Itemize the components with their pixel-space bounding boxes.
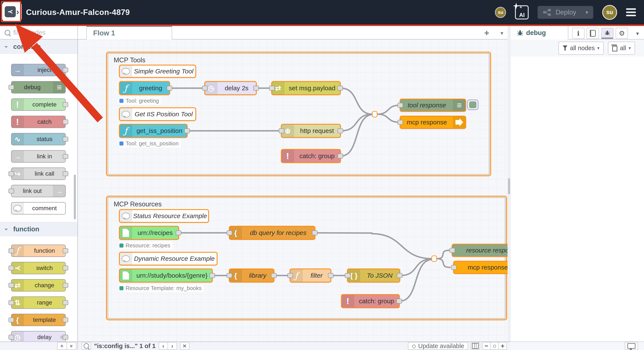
debug-tab-button[interactable] bbox=[601, 28, 614, 39]
output-port[interactable] bbox=[63, 283, 68, 288]
palette-category-function[interactable]: ›function bbox=[0, 222, 78, 236]
output-port[interactable] bbox=[271, 273, 276, 278]
wire[interactable] bbox=[436, 259, 450, 267]
node-get-iis-position-tool[interactable]: Get IIS Position Tool bbox=[119, 107, 196, 121]
input-port[interactable] bbox=[398, 120, 403, 125]
wire[interactable] bbox=[341, 114, 372, 131]
palette-node-catch[interactable]: !catch bbox=[11, 116, 66, 128]
ai-assistant-button[interactable]: AI bbox=[515, 5, 529, 20]
node-catch-group[interactable]: !catch: group bbox=[341, 294, 400, 308]
palette-node-change[interactable]: ⇄change bbox=[11, 279, 66, 291]
wire[interactable] bbox=[372, 234, 432, 259]
node-to-json[interactable]: { }To JSON bbox=[347, 268, 400, 282]
input-port[interactable] bbox=[288, 273, 293, 278]
output-port[interactable] bbox=[328, 273, 334, 278]
input-port[interactable] bbox=[8, 248, 14, 253]
node-resource-response[interactable]: resource response bbox=[452, 244, 508, 257]
wire-junction[interactable] bbox=[432, 255, 437, 262]
output-port[interactable] bbox=[63, 335, 68, 340]
node-filter[interactable]: ƒfilter bbox=[290, 268, 332, 282]
input-port[interactable] bbox=[8, 171, 14, 176]
node-status-resource-example[interactable]: Status Resource Example bbox=[119, 209, 209, 223]
output-port[interactable] bbox=[63, 137, 68, 142]
flow-list-caret-icon[interactable]: ▾ bbox=[500, 30, 503, 37]
node-delay-2s[interactable]: ◷delay 2s bbox=[204, 81, 257, 95]
node-get-iss-position[interactable]: ƒget_iss_position bbox=[119, 124, 188, 138]
palette-node-comment[interactable]: comment bbox=[11, 202, 66, 214]
palette-node-function[interactable]: ƒfunction bbox=[11, 245, 66, 257]
wire[interactable] bbox=[377, 105, 400, 114]
wire-junction[interactable] bbox=[372, 111, 378, 117]
output-port[interactable] bbox=[63, 171, 68, 176]
palette-node-link-in[interactable]: →link in bbox=[11, 150, 66, 163]
palette-filter[interactable]: filter nodes bbox=[0, 26, 78, 40]
node-dynamic-resource-example[interactable]: Dynamic Resource Example bbox=[119, 252, 218, 265]
node-urn-study-books-genre-[interactable]: urn://study/books/{genre} bbox=[119, 268, 213, 282]
node-mcp-response[interactable]: mcp response bbox=[400, 116, 466, 129]
config-tab-button[interactable]: ⚙ bbox=[616, 28, 628, 39]
search-close-button[interactable]: × bbox=[180, 342, 189, 350]
input-port[interactable] bbox=[451, 265, 456, 270]
flow-canvas[interactable]: MCP ToolsMCP ResourcesSimple Greeting To… bbox=[78, 40, 508, 341]
tab-flow-1[interactable]: Flow 1 bbox=[86, 26, 172, 40]
node-urn-recipes[interactable]: urn://recipes bbox=[119, 226, 179, 240]
output-port[interactable] bbox=[397, 273, 402, 278]
output-port[interactable] bbox=[63, 248, 68, 253]
deploy-caret-icon[interactable]: ▾ bbox=[586, 10, 588, 15]
node-simple-greeting-tool[interactable]: Simple Greeting Tool bbox=[119, 65, 196, 78]
output-port[interactable] bbox=[210, 273, 215, 278]
palette-scrollbar[interactable] bbox=[74, 175, 76, 219]
input-port[interactable] bbox=[8, 317, 14, 322]
output-port[interactable] bbox=[338, 154, 343, 159]
expand-categories-button[interactable]: » bbox=[66, 342, 76, 350]
output-port[interactable] bbox=[63, 154, 68, 159]
output-port[interactable] bbox=[63, 266, 68, 271]
input-port[interactable] bbox=[8, 283, 14, 288]
sidebar-splitter[interactable] bbox=[508, 26, 511, 350]
wire[interactable] bbox=[400, 259, 432, 301]
node-set-msg-payload[interactable]: ⇄set msg.payload bbox=[271, 81, 341, 95]
user-avatar-small[interactable]: su bbox=[495, 7, 506, 18]
output-port[interactable] bbox=[253, 86, 259, 91]
navigator-button[interactable] bbox=[471, 342, 480, 350]
output-port[interactable] bbox=[312, 230, 318, 235]
zoom-reset-button[interactable]: ○ bbox=[490, 342, 499, 350]
node-catch-group[interactable]: !catch: group bbox=[281, 149, 341, 163]
sidebar-menu-caret-icon[interactable]: ▾ bbox=[636, 30, 639, 37]
search-button[interactable] bbox=[82, 342, 91, 350]
user-avatar[interactable]: su bbox=[602, 5, 617, 20]
output-port[interactable] bbox=[337, 86, 343, 91]
output-port[interactable] bbox=[338, 129, 343, 133]
input-port[interactable] bbox=[345, 273, 350, 278]
wire[interactable] bbox=[341, 88, 372, 114]
wire[interactable] bbox=[316, 233, 372, 233]
debug-clear-button[interactable]: all ▾ bbox=[608, 42, 635, 55]
update-available-button[interactable]: ◇ Update available bbox=[408, 342, 468, 350]
output-port[interactable] bbox=[396, 299, 402, 304]
collapse-categories-button[interactable]: « bbox=[57, 342, 67, 350]
palette-node-link-call[interactable]: ↪link call bbox=[11, 168, 66, 180]
help-tab-button[interactable] bbox=[587, 28, 599, 39]
palette-category-common[interactable]: ›common bbox=[0, 40, 78, 54]
input-port[interactable] bbox=[398, 103, 403, 108]
output-port[interactable] bbox=[63, 102, 68, 107]
wire[interactable] bbox=[341, 115, 373, 156]
input-port[interactable] bbox=[227, 230, 232, 235]
search-next-button[interactable]: › bbox=[168, 342, 177, 350]
output-port[interactable] bbox=[167, 86, 172, 91]
input-port[interactable] bbox=[8, 266, 14, 271]
output-port[interactable] bbox=[63, 120, 68, 124]
tab-debug[interactable]: debug bbox=[511, 26, 568, 40]
node-tool-response[interactable]: ≡tool response bbox=[400, 99, 466, 112]
output-port[interactable] bbox=[63, 317, 68, 322]
input-port[interactable] bbox=[8, 85, 14, 90]
input-port[interactable] bbox=[8, 300, 14, 305]
palette-node-status[interactable]: ∿status bbox=[11, 133, 66, 145]
palette-node-template[interactable]: {template bbox=[11, 314, 66, 326]
zoom-in-button[interactable]: + bbox=[498, 342, 507, 350]
node-db-query-for-recipes[interactable]: {db query for recipes bbox=[229, 226, 316, 240]
open-debug-window-button[interactable] bbox=[625, 342, 638, 350]
palette-node-range[interactable]: ⇅range bbox=[11, 296, 66, 309]
node-mcp-response[interactable]: mcp response bbox=[453, 261, 508, 274]
palette-node-inject[interactable]: →inject bbox=[11, 64, 66, 76]
